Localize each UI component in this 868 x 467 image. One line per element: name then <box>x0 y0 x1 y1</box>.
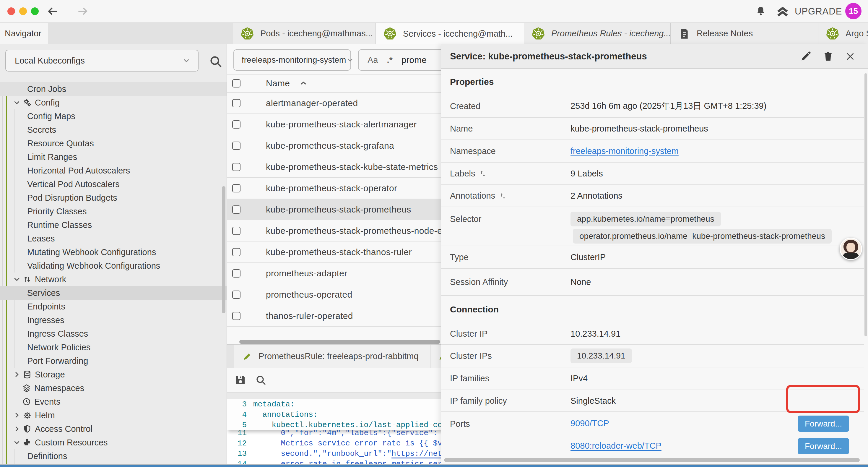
property-label: Ports <box>441 412 570 429</box>
sidebar-item-port-forwarding[interactable]: Port Forwarding <box>0 354 226 368</box>
sidebar-item-config[interactable]: Config <box>0 96 226 109</box>
row-checkbox[interactable] <box>232 291 241 299</box>
row-checkbox[interactable] <box>232 312 241 320</box>
line-code: metadata: <box>253 399 294 410</box>
delete-trash-icon[interactable] <box>823 51 834 62</box>
table-horizontal-scrollbar[interactable] <box>239 340 440 344</box>
sidebar-item-storage[interactable]: Storage <box>0 368 226 381</box>
tab-release-notes[interactable]: Release Notes <box>671 23 818 44</box>
tab-prometheus-rules-icecheng-[interactable]: Prometheus Rules - icecheng... <box>524 23 671 44</box>
tab-pods-icecheng-mathmas-[interactable]: Pods - icecheng@mathmas... <box>233 23 376 44</box>
panel-horizontal-scrollbar[interactable] <box>444 458 860 462</box>
edit-pencil-icon[interactable] <box>800 51 811 62</box>
sidebar-scrollbar[interactable] <box>222 186 225 313</box>
chevron-right-icon[interactable] <box>12 371 22 378</box>
sidebar-item-network-policies[interactable]: Network Policies <box>0 341 226 354</box>
port-link-9090-tcp[interactable]: 9090/TCP <box>570 418 609 428</box>
sidebar-item-label: Access Control <box>35 424 92 434</box>
row-checkbox[interactable] <box>232 163 241 171</box>
sidebar-item-horizontal-pod-autoscalers[interactable]: Horizontal Pod Autoscalers <box>0 164 226 177</box>
sidebar-item-priority-classes[interactable]: Priority Classes <box>0 205 226 218</box>
sidebar-item-label: Config <box>35 98 60 108</box>
close-window-button[interactable] <box>7 7 15 15</box>
namespace-link[interactable]: freeleaps-monitoring-system <box>570 146 679 156</box>
notifications-bell-icon[interactable] <box>755 6 766 17</box>
code-link[interactable]: https://net <box>392 449 442 458</box>
close-icon[interactable] <box>845 51 856 62</box>
chevron-right-icon[interactable] <box>12 425 22 433</box>
editor-tab-prometheusrule[interactable]: PrometheusRule: freeleaps-prod-rabbitmq <box>234 345 430 368</box>
chevron-right-icon[interactable] <box>12 411 22 419</box>
panel-vertical-scrollbar[interactable] <box>864 73 867 337</box>
sort-toggle-icon[interactable] <box>479 170 486 177</box>
sidebar-item-vertical-pod-autoscalers[interactable]: Vertical Pod Autoscalers <box>0 177 226 191</box>
navigator-panel-tab[interactable]: Navigator <box>0 23 48 44</box>
row-checkbox[interactable] <box>232 227 241 235</box>
sidebar-item-resource-quotas[interactable]: Resource Quotas <box>0 137 226 150</box>
sidebar-item-ingress-classes[interactable]: Ingress Classes <box>0 327 226 341</box>
sidebar-item-mutating-webhook-configurations[interactable]: Mutating Webhook Configurations <box>0 245 226 259</box>
chevron-down-icon[interactable] <box>12 99 22 107</box>
line-code: second.","runbook_url":"https://net <box>253 449 442 459</box>
upgrade-label: UPGRADE <box>795 6 842 17</box>
sidebar-item-endpoints[interactable]: Endpoints <box>0 300 226 313</box>
sidebar-item-services[interactable]: Services <box>0 286 226 300</box>
maximize-window-button[interactable] <box>31 7 39 15</box>
row-checkbox[interactable] <box>232 99 241 107</box>
row-checkbox[interactable] <box>232 269 241 278</box>
service-name: kube-prometheus-stack-grafana <box>266 141 394 151</box>
notification-count-badge[interactable]: 15 <box>845 3 862 19</box>
sidebar-item-cron-jobs[interactable]: Cron Jobs <box>0 82 226 96</box>
save-icon[interactable] <box>234 374 247 386</box>
user-avatar[interactable] <box>840 238 862 260</box>
property-label: Selector <box>441 207 570 224</box>
sidebar-item-leases[interactable]: Leases <box>0 232 226 245</box>
sidebar-item-pod-disruption-budgets[interactable]: Pod Disruption Budgets <box>0 191 226 205</box>
chevron-down-icon[interactable] <box>12 275 22 283</box>
case-sensitive-toggle[interactable]: Aa <box>368 55 378 65</box>
forward-button-8080-reloader-web-tcp[interactable]: Forward... <box>798 438 849 454</box>
regex-toggle[interactable]: .* <box>387 55 392 65</box>
sidebar-item-limit-ranges[interactable]: Limit Ranges <box>0 150 226 164</box>
line-code: error rate in freeleaps metrics ser <box>253 459 442 465</box>
sidebar-item-custom-resources[interactable]: Custom Resources <box>0 436 226 449</box>
namespace-selector[interactable]: freeleaps-monitoring-system <box>234 49 351 71</box>
sort-toggle-icon[interactable] <box>499 193 506 200</box>
port-link-8080-reloader-web-tcp[interactable]: 8080:reloader-web/TCP <box>570 441 661 451</box>
sidebar-item-helm[interactable]: Helm <box>0 408 226 422</box>
sidebar-search-icon[interactable] <box>209 54 223 68</box>
sidebar-item-ingresses[interactable]: Ingresses <box>0 313 226 327</box>
tab-services-icecheng-math-[interactable]: Services - icecheng@math... <box>376 23 524 45</box>
sidebar-item-runtime-classes[interactable]: Runtime Classes <box>0 218 226 232</box>
tab-argo-se[interactable]: Argo Se <box>818 23 868 44</box>
property-label: Cluster IP <box>441 329 570 339</box>
chevron-down-icon[interactable] <box>12 439 22 446</box>
window-controls <box>7 7 39 15</box>
kubeconfig-selector[interactable]: Local Kubeconfigs <box>5 50 198 71</box>
select-all-checkbox[interactable] <box>232 79 241 87</box>
sort-ascending-icon[interactable] <box>299 79 308 88</box>
row-checkbox[interactable] <box>232 120 241 128</box>
upgrade-button[interactable]: UPGRADE <box>776 5 842 18</box>
detail-panel-title: Service: kube-prometheus-stack-prometheu… <box>450 44 647 68</box>
editor-search-icon[interactable] <box>255 374 267 386</box>
sidebar-item-definitions[interactable]: Definitions <box>0 449 226 463</box>
sidebar-item-namespaces[interactable]: Namespaces <box>0 381 226 395</box>
sidebar-item-config-maps[interactable]: Config Maps <box>0 109 226 123</box>
row-checkbox[interactable] <box>232 142 241 150</box>
clock-icon <box>21 397 32 406</box>
row-checkbox[interactable] <box>232 248 241 256</box>
sidebar-item-label: Resource Quotas <box>27 139 94 148</box>
row-checkbox[interactable] <box>232 205 241 214</box>
sidebar-item-network[interactable]: Network <box>0 272 226 286</box>
forward-arrow-icon[interactable] <box>76 5 89 18</box>
forward-button-9090-tcp[interactable]: Forward... <box>798 415 849 432</box>
sidebar-item-validating-webhook-configurations[interactable]: Validating Webhook Configurations <box>0 259 226 272</box>
sidebar-item-access-control[interactable]: Access Control <box>0 422 226 436</box>
name-column-header[interactable]: Name <box>266 78 290 88</box>
back-arrow-icon[interactable] <box>46 5 59 18</box>
sidebar-item-events[interactable]: Events <box>0 395 226 408</box>
minimize-window-button[interactable] <box>19 7 27 15</box>
row-checkbox[interactable] <box>232 184 241 193</box>
sidebar-item-secrets[interactable]: Secrets <box>0 123 226 137</box>
